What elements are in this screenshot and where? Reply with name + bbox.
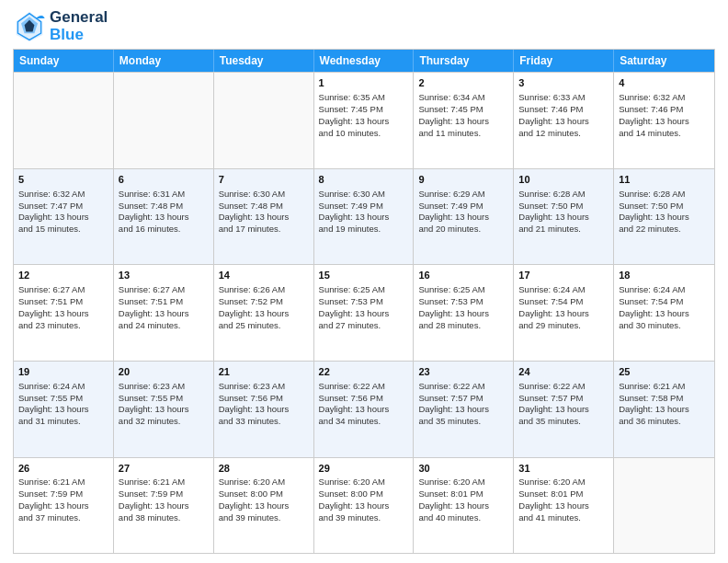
day-number: 9 (418, 173, 508, 187)
day-info: Sunrise: 6:24 AM Sunset: 7:55 PM Dayligh… (18, 381, 89, 426)
day-number: 3 (518, 76, 609, 90)
calendar-day-1: 1Sunrise: 6:35 AM Sunset: 7:45 PM Daylig… (314, 73, 415, 168)
day-info: Sunrise: 6:34 AM Sunset: 7:45 PM Dayligh… (418, 92, 489, 137)
calendar-row: 5Sunrise: 6:32 AM Sunset: 7:47 PM Daylig… (14, 168, 714, 265)
day-info: Sunrise: 6:20 AM Sunset: 8:01 PM Dayligh… (418, 477, 489, 522)
calendar-day-22: 22Sunrise: 6:22 AM Sunset: 7:56 PM Dayli… (314, 362, 415, 457)
calendar-day-9: 9Sunrise: 6:29 AM Sunset: 7:49 PM Daylig… (414, 169, 514, 265)
calendar-day-11: 11Sunrise: 6:28 AM Sunset: 7:50 PM Dayli… (614, 169, 714, 265)
day-info: Sunrise: 6:22 AM Sunset: 7:56 PM Dayligh… (319, 381, 390, 426)
day-info: Sunrise: 6:23 AM Sunset: 7:56 PM Dayligh… (219, 381, 290, 426)
day-info: Sunrise: 6:33 AM Sunset: 7:46 PM Dayligh… (518, 92, 589, 137)
calendar-body: 1Sunrise: 6:35 AM Sunset: 7:45 PM Daylig… (14, 72, 714, 553)
calendar-day-17: 17Sunrise: 6:24 AM Sunset: 7:54 PM Dayli… (514, 265, 614, 361)
day-number: 17 (518, 269, 609, 282)
day-info: Sunrise: 6:21 AM Sunset: 7:58 PM Dayligh… (619, 381, 689, 426)
calendar-row: 12Sunrise: 6:27 AM Sunset: 7:51 PM Dayli… (14, 264, 714, 361)
day-info: Sunrise: 6:23 AM Sunset: 7:55 PM Dayligh… (119, 381, 189, 426)
day-info: Sunrise: 6:35 AM Sunset: 7:45 PM Dayligh… (319, 92, 390, 137)
calendar-day-25: 25Sunrise: 6:21 AM Sunset: 7:58 PM Dayli… (614, 362, 714, 457)
calendar-empty-cell (214, 73, 314, 168)
calendar-row: 19Sunrise: 6:24 AM Sunset: 7:55 PM Dayli… (14, 361, 714, 457)
day-number: 2 (418, 76, 508, 90)
calendar-day-29: 29Sunrise: 6:20 AM Sunset: 8:00 PM Dayli… (314, 458, 415, 554)
day-number: 20 (119, 365, 209, 379)
calendar-day-15: 15Sunrise: 6:25 AM Sunset: 7:53 PM Dayli… (314, 265, 415, 361)
page: General Blue SundayMondayTuesdayWednesda… (0, 0, 728, 563)
calendar: SundayMondayTuesdayWednesdayThursdayFrid… (13, 49, 715, 554)
day-info: Sunrise: 6:29 AM Sunset: 7:49 PM Dayligh… (418, 189, 489, 234)
day-number: 13 (119, 269, 209, 282)
calendar-empty-cell (114, 73, 214, 168)
day-number: 4 (619, 76, 710, 90)
day-number: 6 (119, 173, 209, 187)
calendar-day-3: 3Sunrise: 6:33 AM Sunset: 7:46 PM Daylig… (514, 73, 614, 168)
day-number: 29 (319, 462, 409, 476)
logo-icon (13, 10, 46, 43)
calendar-day-23: 23Sunrise: 6:22 AM Sunset: 7:57 PM Dayli… (414, 362, 514, 457)
calendar-row: 26Sunrise: 6:21 AM Sunset: 7:59 PM Dayli… (14, 457, 714, 554)
day-number: 5 (18, 173, 108, 187)
header: General Blue (13, 9, 715, 43)
day-number: 26 (18, 462, 108, 476)
day-info: Sunrise: 6:22 AM Sunset: 7:57 PM Dayligh… (418, 381, 489, 426)
day-number: 30 (418, 462, 508, 476)
calendar-day-18: 18Sunrise: 6:24 AM Sunset: 7:54 PM Dayli… (614, 265, 714, 361)
weekday-header-thursday: Thursday (414, 50, 514, 72)
day-info: Sunrise: 6:28 AM Sunset: 7:50 PM Dayligh… (518, 189, 589, 234)
day-info: Sunrise: 6:30 AM Sunset: 7:49 PM Dayligh… (319, 189, 390, 234)
day-info: Sunrise: 6:21 AM Sunset: 7:59 PM Dayligh… (119, 477, 189, 522)
weekday-header-sunday: Sunday (14, 50, 114, 72)
calendar-day-31: 31Sunrise: 6:20 AM Sunset: 8:01 PM Dayli… (514, 458, 614, 554)
calendar-empty-cell (614, 458, 714, 554)
day-number: 24 (518, 365, 609, 379)
calendar-row: 1Sunrise: 6:35 AM Sunset: 7:45 PM Daylig… (14, 72, 714, 168)
logo-text: General Blue (50, 9, 108, 43)
day-number: 22 (319, 365, 409, 379)
day-info: Sunrise: 6:25 AM Sunset: 7:53 PM Dayligh… (418, 284, 489, 329)
calendar-day-13: 13Sunrise: 6:27 AM Sunset: 7:51 PM Dayli… (114, 265, 214, 361)
day-number: 19 (18, 365, 108, 379)
day-info: Sunrise: 6:20 AM Sunset: 8:00 PM Dayligh… (219, 477, 290, 522)
day-number: 10 (518, 173, 609, 187)
day-info: Sunrise: 6:30 AM Sunset: 7:48 PM Dayligh… (219, 189, 290, 234)
logo: General Blue (13, 9, 108, 43)
day-number: 14 (219, 269, 309, 282)
day-number: 25 (619, 365, 710, 379)
calendar-day-5: 5Sunrise: 6:32 AM Sunset: 7:47 PM Daylig… (14, 169, 114, 265)
calendar-day-14: 14Sunrise: 6:26 AM Sunset: 7:52 PM Dayli… (214, 265, 314, 361)
day-info: Sunrise: 6:22 AM Sunset: 7:57 PM Dayligh… (518, 381, 589, 426)
weekday-header-tuesday: Tuesday (214, 50, 314, 72)
day-number: 8 (319, 173, 409, 187)
day-info: Sunrise: 6:32 AM Sunset: 7:46 PM Dayligh… (619, 92, 689, 137)
day-info: Sunrise: 6:20 AM Sunset: 8:00 PM Dayligh… (319, 477, 390, 522)
calendar-day-12: 12Sunrise: 6:27 AM Sunset: 7:51 PM Dayli… (14, 265, 114, 361)
calendar-header: SundayMondayTuesdayWednesdayThursdayFrid… (14, 50, 714, 72)
calendar-day-19: 19Sunrise: 6:24 AM Sunset: 7:55 PM Dayli… (14, 362, 114, 457)
day-info: Sunrise: 6:28 AM Sunset: 7:50 PM Dayligh… (619, 189, 689, 234)
day-number: 11 (619, 173, 710, 187)
day-number: 18 (619, 269, 710, 282)
day-number: 23 (418, 365, 508, 379)
calendar-empty-cell (14, 73, 114, 168)
day-info: Sunrise: 6:24 AM Sunset: 7:54 PM Dayligh… (619, 284, 689, 329)
calendar-day-28: 28Sunrise: 6:20 AM Sunset: 8:00 PM Dayli… (214, 458, 314, 554)
day-number: 27 (119, 462, 209, 476)
day-info: Sunrise: 6:31 AM Sunset: 7:48 PM Dayligh… (119, 189, 189, 234)
calendar-day-30: 30Sunrise: 6:20 AM Sunset: 8:01 PM Dayli… (414, 458, 514, 554)
day-info: Sunrise: 6:32 AM Sunset: 7:47 PM Dayligh… (18, 189, 89, 234)
calendar-day-6: 6Sunrise: 6:31 AM Sunset: 7:48 PM Daylig… (114, 169, 214, 265)
weekday-header-friday: Friday (514, 50, 614, 72)
calendar-day-27: 27Sunrise: 6:21 AM Sunset: 7:59 PM Dayli… (114, 458, 214, 554)
day-info: Sunrise: 6:25 AM Sunset: 7:53 PM Dayligh… (319, 284, 390, 329)
calendar-day-7: 7Sunrise: 6:30 AM Sunset: 7:48 PM Daylig… (214, 169, 314, 265)
day-info: Sunrise: 6:21 AM Sunset: 7:59 PM Dayligh… (18, 477, 89, 522)
day-number: 15 (319, 269, 409, 282)
day-info: Sunrise: 6:27 AM Sunset: 7:51 PM Dayligh… (119, 284, 189, 329)
day-info: Sunrise: 6:26 AM Sunset: 7:52 PM Dayligh… (219, 284, 290, 329)
day-number: 12 (18, 269, 108, 282)
day-number: 31 (518, 462, 609, 476)
day-number: 7 (219, 173, 309, 187)
calendar-day-20: 20Sunrise: 6:23 AM Sunset: 7:55 PM Dayli… (114, 362, 214, 457)
weekday-header-monday: Monday (114, 50, 214, 72)
